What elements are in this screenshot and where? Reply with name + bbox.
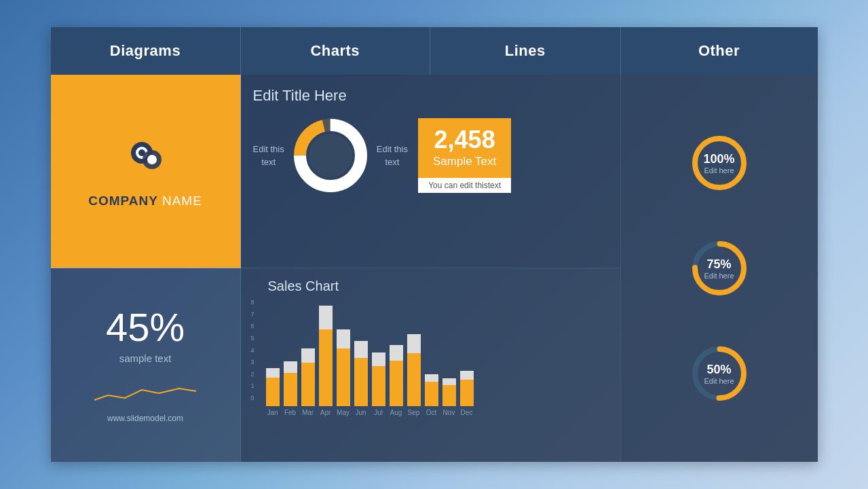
bar-bottom <box>390 361 403 406</box>
bar-month-label: Dec <box>461 409 473 416</box>
bar-bottom <box>354 358 368 406</box>
bar-bottom <box>442 385 456 406</box>
bar-top <box>337 329 350 348</box>
bar-wrapper <box>266 304 280 406</box>
bar-group: Apr <box>319 304 333 416</box>
gauge-1-text: 100% Edit here <box>703 152 734 175</box>
gauge-item-3: 50% Edit here <box>689 343 750 404</box>
company-logo <box>118 134 172 188</box>
bar-top <box>266 368 280 378</box>
chart-title: Edit Title Here <box>253 87 610 105</box>
bar-month-label: Oct <box>426 409 437 416</box>
bar-bottom <box>337 348 350 406</box>
donut-chart <box>290 115 371 196</box>
header-lines-title: Lines <box>505 42 546 60</box>
bar-top <box>390 345 403 361</box>
bar-bottom <box>284 373 297 406</box>
charts-lines-headers: Charts Lines <box>241 27 621 75</box>
stat-label: Sample Text <box>433 155 496 168</box>
stat-box[interactable]: 2,458 Sample Text <box>418 118 511 178</box>
bar-top <box>460 371 474 380</box>
bar-month-label: Apr <box>320 409 331 416</box>
header-charts-title: Charts <box>310 42 360 60</box>
sales-chart-title: Sales Chart <box>248 278 614 294</box>
bar-wrapper <box>460 304 474 406</box>
gauge-circle-1: 100% Edit here <box>689 132 750 194</box>
bar-wrapper <box>301 304 315 406</box>
bar-bottom <box>425 382 438 406</box>
bar-wrapper <box>442 304 456 406</box>
bar-group: Aug <box>390 304 403 416</box>
bar-group: Dec <box>460 304 474 416</box>
stat-number: 2,458 <box>434 128 495 152</box>
website-url: www.slidemodel.com <box>107 414 183 423</box>
y-axis: 0 1 2 3 4 5 6 7 8 <box>251 300 262 401</box>
stat-edit-text[interactable]: You can edit thistext <box>418 178 511 193</box>
bars-area: JanFebMarAprMayJunJulAugSepOctNovDec <box>266 301 474 416</box>
bar-group: Jun <box>354 304 368 416</box>
bar-wrapper <box>390 304 403 406</box>
percent-value: 45% <box>106 308 185 347</box>
bar-month-label: Jan <box>267 409 278 416</box>
bar-group: Oct <box>425 304 438 416</box>
bar-month-label: Nov <box>443 409 455 416</box>
gauge-1-label: Edit here <box>703 166 734 175</box>
bar-bottom <box>266 378 280 406</box>
bar-top <box>372 352 385 366</box>
percent-label: sample text <box>119 352 172 364</box>
gauge-item-1: 100% Edit here <box>689 132 750 194</box>
gauge-circle-2: 75% Edit here <box>689 238 750 299</box>
header-diagrams-title: Diagrams <box>110 42 181 60</box>
bar-top <box>284 361 297 373</box>
bar-wrapper <box>425 304 438 406</box>
gauge-3-percent: 50% <box>704 363 734 377</box>
bar-month-label: May <box>337 409 350 416</box>
donut-left-label: Edit thistext <box>253 143 284 169</box>
bar-wrapper <box>337 304 350 406</box>
bar-bottom <box>460 380 474 406</box>
bar-group: May <box>337 304 350 416</box>
header-lines: Lines <box>430 27 620 75</box>
gauge-3-label: Edit here <box>704 377 734 385</box>
other-cell: 100% Edit here 75% Edit here <box>621 75 818 462</box>
bar-group: Jul <box>372 304 385 416</box>
header-charts: Charts <box>241 27 431 75</box>
bar-top <box>407 334 421 353</box>
bar-top <box>425 374 438 382</box>
bar-wrapper <box>372 304 385 406</box>
bar-month-label: Sep <box>408 409 420 416</box>
sparkline-chart <box>91 376 200 407</box>
header-other-title: Other <box>698 42 740 60</box>
percent-cell: 45% sample text www.slidemodel.com <box>51 268 241 462</box>
bar-wrapper <box>354 304 368 406</box>
bar-bottom <box>319 329 333 406</box>
bar-month-label: Aug <box>390 409 402 416</box>
dashboard: Diagrams Charts Lines Other COMPANY NAME <box>51 27 818 462</box>
bar-bottom <box>407 353 421 406</box>
svg-point-4 <box>147 155 157 164</box>
bar-wrapper <box>407 304 421 406</box>
chart-top-cell: Edit Title Here Edit thistext Edit thist… <box>241 75 621 268</box>
company-name-regular: NAME <box>162 194 202 209</box>
bar-bottom <box>372 366 385 406</box>
bar-top <box>442 378 456 385</box>
bar-group: Jan <box>266 304 280 416</box>
company-name-bold: COMPANY <box>88 194 158 209</box>
header-diagrams: Diagrams <box>51 27 241 75</box>
donut-area: Edit thistext Edit thistext <box>253 115 409 196</box>
gauge-2-percent: 75% <box>704 257 734 272</box>
bar-month-label: Mar <box>302 409 314 416</box>
company-name: COMPANY NAME <box>88 194 202 209</box>
sales-chart-cell: Sales Chart 0 1 2 3 4 5 6 7 8 JanFebMarA… <box>241 268 621 462</box>
bar-group: Feb <box>284 304 297 416</box>
company-cell: COMPANY NAME <box>51 75 241 268</box>
bar-group: Nov <box>442 304 456 416</box>
bar-chart: 0 1 2 3 4 5 6 7 8 JanFebMarAprMayJunJulA… <box>248 300 614 416</box>
chart-content: Edit thistext Edit thistext 2,458 <box>253 115 610 196</box>
gauge-3-text: 50% Edit here <box>704 363 734 385</box>
bar-wrapper <box>284 304 297 406</box>
bar-wrapper <box>319 304 333 406</box>
bar-top <box>354 341 368 358</box>
bar-month-label: Jul <box>374 409 383 416</box>
svg-point-8 <box>309 134 352 177</box>
